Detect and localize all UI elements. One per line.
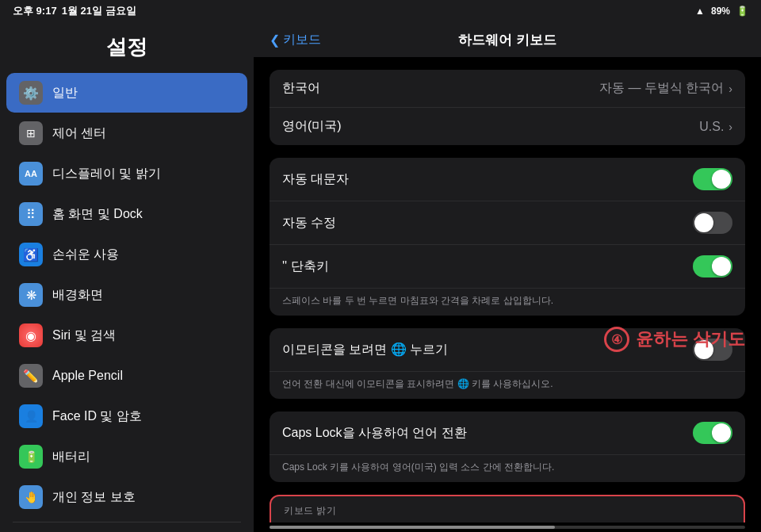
sidebar-separator xyxy=(13,522,241,522)
emoji-label: 이모티콘을 보려면 🌐 누르기 xyxy=(282,342,448,358)
sidebar-item-appstore[interactable]: A App Store xyxy=(6,527,247,532)
sidebar-item-control-center[interactable]: ⊞ 제어 센터 xyxy=(6,113,247,153)
emoji-hint: 언어 전환 대신에 이모티콘을 표시하려면 🌐 키를 사용하십시오. xyxy=(270,372,745,399)
status-bar-right: ▲ 89% 🔋 xyxy=(695,6,748,17)
sidebar-label-home: 홈 화면 및 Dock xyxy=(52,206,143,223)
nav-title: 하드웨어 키보드 xyxy=(458,31,556,49)
english-label: 영어(미국) xyxy=(282,118,342,135)
english-row[interactable]: 영어(미국) U.S. › xyxy=(270,108,745,145)
scroll-indicator-inner xyxy=(270,526,555,529)
pencil-icon: ✏️ xyxy=(19,364,43,388)
wifi-icon: ▲ xyxy=(695,6,705,17)
caps-lock-row[interactable]: Caps Lock을 사용하여 언어 전환 xyxy=(270,411,745,455)
sidebar-label-general: 일반 xyxy=(52,85,78,101)
emoji-toggle[interactable] xyxy=(693,339,732,361)
sidebar-label-control-center: 제어 센터 xyxy=(52,125,106,142)
sidebar-title: 설정 xyxy=(0,22,254,69)
display-icon: AA xyxy=(19,162,43,186)
auto-correct-row[interactable]: 자동 수정 xyxy=(270,201,745,245)
sidebar-label-wallpaper: 배경화면 xyxy=(52,287,103,304)
auto-correct-thumb xyxy=(694,213,713,232)
sidebar-item-wallpaper[interactable]: ❋ 배경화면 xyxy=(6,275,247,315)
auto-cap-row[interactable]: 자동 대문자 xyxy=(270,158,745,201)
shortcut-row[interactable]: '' 단축키 xyxy=(270,245,745,289)
auto-correct-label: 자동 수정 xyxy=(282,215,336,232)
back-button[interactable]: ❮ 키보드 xyxy=(270,32,321,48)
status-bar: 오후 9:17 1월 21일 금요일 ▲ 89% 🔋 xyxy=(0,0,761,22)
battery-icon: 🔋 xyxy=(736,6,748,17)
general-icon: ⚙️ xyxy=(19,81,43,105)
faceid-icon: 👤 xyxy=(19,404,43,428)
korean-value-text: 자동 — 두벌식 한국어 xyxy=(599,80,724,97)
emoji-thumb xyxy=(694,340,713,359)
main-layout: 설정 ⚙️ 일반 ⊞ 제어 센터 AA 디스플레이 및 밝기 ⠿ 홈 화면 및 … xyxy=(0,22,761,532)
korean-row[interactable]: 한국어 자동 — 두벌식 한국어 › xyxy=(270,70,745,108)
control-center-icon: ⊞ xyxy=(19,121,43,145)
sidebar-label-faceid: Face ID 및 암호 xyxy=(52,408,142,425)
scroll-indicator xyxy=(270,526,745,529)
english-chevron: › xyxy=(728,121,732,133)
sidebar-item-battery[interactable]: 🔋 배터리 xyxy=(6,437,247,477)
home-icon: ⠿ xyxy=(19,202,43,226)
sidebar-item-privacy[interactable]: 🤚 개인 정보 보호 xyxy=(6,477,247,517)
emoji-section: 이모티콘을 보려면 🌐 누르기 언어 전환 대신에 이모티콘을 표시하려면 🌐 … xyxy=(270,328,745,399)
accessibility-icon: ♿ xyxy=(19,243,43,266)
korean-value: 자동 — 두벌식 한국어 › xyxy=(599,80,732,97)
sidebar-item-home[interactable]: ⠿ 홈 화면 및 Dock xyxy=(6,194,247,234)
privacy-icon: 🤚 xyxy=(19,485,43,509)
wallpaper-icon: ❋ xyxy=(19,283,43,307)
shortcut-thumb xyxy=(712,257,731,276)
caps-lock-section: Caps Lock을 사용하여 언어 전환 Caps Lock 키를 사용하여 … xyxy=(270,411,745,482)
right-panel: ❮ 키보드 하드웨어 키보드 한국어 자동 — 두벌식 한국어 › 영어(미국) xyxy=(254,22,761,532)
shortcut-label: '' 단축키 xyxy=(282,258,329,275)
sidebar-item-general[interactable]: ⚙️ 일반 xyxy=(6,73,247,113)
auto-correct-toggle[interactable] xyxy=(693,212,732,234)
sidebar-item-display[interactable]: AA 디스플레이 및 밝기 xyxy=(6,154,247,193)
toggle-hint: 스페이스 바를 두 번 누르면 마침표와 간격을 차례로 삽입합니다. xyxy=(270,289,745,316)
sidebar-item-pencil[interactable]: ✏️ Apple Pencil xyxy=(6,356,247,396)
english-value-text: U.S. xyxy=(699,120,724,134)
caps-lock-thumb xyxy=(712,423,731,442)
sidebar-item-faceid[interactable]: 👤 Face ID 및 암호 xyxy=(6,396,247,436)
content-area: 한국어 자동 — 두벌식 한국어 › 영어(미국) U.S. › xyxy=(254,57,761,522)
caps-lock-label: Caps Lock을 사용하여 언어 전환 xyxy=(282,425,467,442)
korean-label: 한국어 xyxy=(282,80,320,97)
slider-title: 키보드 밝기 xyxy=(284,504,731,518)
english-value: U.S. › xyxy=(699,120,732,134)
auto-cap-label: 자동 대문자 xyxy=(282,171,349,188)
sidebar-label-privacy: 개인 정보 보호 xyxy=(52,489,136,506)
nav-bar: ❮ 키보드 하드웨어 키보드 xyxy=(254,22,761,57)
battery-label: 89% xyxy=(711,6,730,17)
emoji-row[interactable]: 이모티콘을 보려면 🌐 누르기 xyxy=(270,328,745,372)
sidebar-item-siri[interactable]: ◉ Siri 및 검색 xyxy=(6,316,247,355)
sidebar-label-accessibility: 손쉬운 사용 xyxy=(52,247,119,263)
sidebar: 설정 ⚙️ 일반 ⊞ 제어 센터 AA 디스플레이 및 밝기 ⠿ 홈 화면 및 … xyxy=(0,22,254,532)
auto-cap-toggle[interactable] xyxy=(693,168,732,190)
sidebar-label-siri: Siri 및 검색 xyxy=(52,327,116,344)
language-section: 한국어 자동 — 두벌식 한국어 › 영어(미국) U.S. › xyxy=(270,70,745,145)
back-label: 키보드 xyxy=(283,32,321,48)
back-chevron: ❮ xyxy=(270,33,280,48)
sidebar-label-pencil: Apple Pencil xyxy=(52,369,123,383)
caps-lock-hint: Caps Lock 키를 사용하여 영어(미국) 입력 소스 간에 전환합니다. xyxy=(270,455,745,482)
toggle-section: 자동 대문자 자동 수정 '' 단축키 스페 xyxy=(270,158,745,316)
status-date: 1월 21일 금요일 xyxy=(62,4,136,18)
sidebar-list: ⚙️ 일반 ⊞ 제어 센터 AA 디스플레이 및 밝기 ⠿ 홈 화면 및 Doc… xyxy=(0,69,254,532)
shortcut-toggle[interactable] xyxy=(693,255,732,277)
sidebar-item-accessibility[interactable]: ♿ 손쉬운 사용 xyxy=(6,235,247,274)
auto-cap-thumb xyxy=(712,170,731,189)
status-time: 오후 9:17 xyxy=(13,4,57,18)
slider-section: 키보드 밝기 ☀ ☀ 주변광이 감소하는 경우 키보드 백라이트가 자동으로 활… xyxy=(270,495,745,522)
sidebar-label-battery: 배터리 xyxy=(52,449,90,465)
sidebar-label-display: 디스플레이 및 밝기 xyxy=(52,166,161,182)
korean-chevron: › xyxy=(728,82,732,95)
status-bar-left: 오후 9:17 1월 21일 금요일 xyxy=(13,4,136,18)
battery-icon-sidebar: 🔋 xyxy=(19,445,43,469)
caps-lock-toggle[interactable] xyxy=(693,422,732,444)
siri-icon: ◉ xyxy=(19,323,43,347)
